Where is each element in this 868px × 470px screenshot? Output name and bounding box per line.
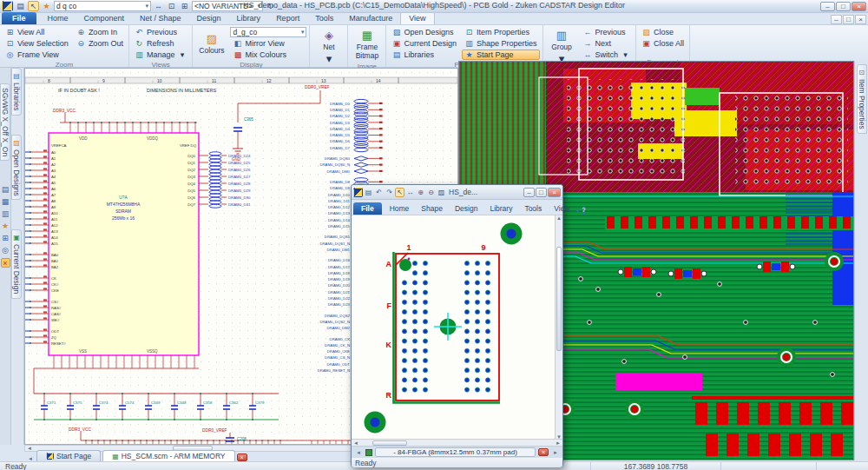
- tab-component[interactable]: Component: [76, 13, 133, 24]
- tab-home[interactable]: Home: [40, 13, 76, 24]
- frame-bitmap-button[interactable]: ▦Frame Bitmap: [351, 27, 383, 62]
- quick-search-combo[interactable]: d q co▾: [54, 1, 151, 11]
- mirror-view-button[interactable]: ◧Mirror View: [230, 38, 306, 49]
- doc-tab-schematic[interactable]: ▦HS_SCM.scm - ARM MEMORY: [102, 450, 234, 461]
- start-page-button[interactable]: ★Start Page: [462, 50, 540, 60]
- scroll-up-icon[interactable]: ▲: [555, 215, 562, 221]
- footprint-vscrollbar[interactable]: ▲ ▼: [555, 215, 562, 440]
- manage-button[interactable]: ▥Manage▾: [132, 50, 190, 60]
- shape-properties-button[interactable]: ▥Shape Properties: [462, 38, 540, 49]
- tab-view[interactable]: View: [548, 203, 575, 215]
- tab-scroll-left-icon[interactable]: ◄: [354, 450, 363, 455]
- sidebar-tab-item-properties[interactable]: ⊡Item Properties: [857, 64, 867, 134]
- tab-library[interactable]: Library: [229, 13, 269, 24]
- save-icon[interactable]: ▤: [364, 188, 373, 197]
- tab-design[interactable]: Design: [189, 13, 229, 24]
- zoom-out-icon[interactable]: ⊖: [426, 188, 436, 197]
- previous-view-button[interactable]: ↶Previous: [132, 27, 190, 37]
- sidebar-tab-open-designs[interactable]: ▨Open Designs: [11, 135, 22, 201]
- variants-combo[interactable]: <NO VARIANTS>▾: [192, 1, 263, 11]
- libraries-button[interactable]: ▤Libraries: [389, 50, 459, 60]
- doc-restore-button[interactable]: □: [843, 15, 854, 24]
- next-tab-button[interactable]: →Next: [581, 38, 634, 49]
- open-designs-button[interactable]: ▨Open Designs: [389, 27, 459, 37]
- current-design-button[interactable]: ▣Current Design: [389, 38, 459, 49]
- tab-scroll-right-icon[interactable]: ►: [551, 450, 560, 455]
- mix-colours-button[interactable]: ▩Mix Colours: [230, 50, 306, 60]
- footprint-canvas[interactable]: 19AFKR ▲ ▼: [352, 215, 562, 440]
- tab-file[interactable]: File: [353, 202, 382, 215]
- previous-tab-button[interactable]: ←Previous: [581, 27, 634, 37]
- scroll-left-icon[interactable]: ◄: [352, 440, 360, 446]
- close-document-button[interactable]: ▨Close: [639, 27, 687, 37]
- tab-library[interactable]: Library: [483, 203, 518, 215]
- footprint-hscrollbar[interactable]: ◄ ►: [352, 440, 562, 447]
- tab-manufacture[interactable]: Manufacture: [341, 13, 400, 24]
- tab-view[interactable]: View: [400, 12, 434, 24]
- zoom-in-icon[interactable]: ⊕: [416, 188, 425, 197]
- star-icon[interactable]: ★: [41, 1, 52, 11]
- scroll-down-icon[interactable]: ▼: [555, 434, 562, 440]
- scroll-thumb[interactable]: [372, 440, 407, 446]
- tab-home[interactable]: Home: [384, 203, 416, 215]
- refresh-icon[interactable]: ↻: [265, 1, 276, 11]
- save-icon[interactable]: ▤: [1, 185, 10, 195]
- sidebar-tab-variants[interactable]: SGvWG X_Off X_On: [0, 83, 10, 161]
- tab-file[interactable]: File: [2, 12, 36, 24]
- zoom-in-button[interactable]: ⊕Zoom In: [74, 27, 126, 37]
- sidebar-tab-libraries[interactable]: ▤Libraries: [11, 68, 22, 116]
- undo-icon[interactable]: ↶: [374, 188, 384, 197]
- tab-design[interactable]: Design: [449, 203, 483, 215]
- item-properties-button[interactable]: ⊡Item Properties: [462, 27, 540, 37]
- copy-icon[interactable]: ▥: [1, 209, 10, 219]
- app-icon[interactable]: [2, 1, 13, 11]
- zoom-icon[interactable]: ◎: [1, 246, 10, 255]
- select-frame-icon[interactable]: ⊡: [166, 1, 177, 11]
- scroll-left-icon[interactable]: ◄: [25, 446, 34, 451]
- doc-close-button[interactable]: ×: [855, 15, 866, 24]
- footprint-doc-tab[interactable]: - 84-FBGA (8mmx12.5mm 0.37mm pad): [375, 447, 536, 457]
- minimize-button[interactable]: –: [820, 2, 835, 11]
- tab-shape[interactable]: Shape: [415, 203, 449, 215]
- image-icon[interactable]: ▦: [1, 197, 10, 207]
- net-highlight-button[interactable]: ◈Net▾: [312, 27, 345, 67]
- fit-view-icon[interactable]: ⊞: [1, 234, 10, 243]
- close-tab-button[interactable]: ×: [237, 453, 247, 461]
- delete-icon[interactable]: ×: [1, 258, 10, 268]
- close-all-button[interactable]: ▣Close All: [639, 38, 687, 49]
- footprint-title-bar[interactable]: ▤ ↶ ↷ ↖ ↔ ⊕ ⊖ ▨ HS_de... – □ ×: [352, 185, 562, 200]
- close-tab-button[interactable]: ×: [538, 448, 549, 456]
- close-button[interactable]: ×: [852, 2, 866, 11]
- frame-view-button[interactable]: ◎Frame View: [3, 50, 71, 60]
- pan-icon[interactable]: ↔: [405, 188, 415, 197]
- minimize-button[interactable]: –: [523, 188, 535, 197]
- redo-icon[interactable]: ↷: [385, 188, 394, 197]
- colours-icon[interactable]: ▨: [437, 188, 446, 197]
- view-selection-button[interactable]: ⊡View Selection: [3, 38, 71, 49]
- colours-button[interactable]: ▨Colours: [195, 27, 227, 60]
- doc-tab-start-page[interactable]: Start Page: [36, 450, 101, 461]
- close-button[interactable]: ×: [548, 188, 561, 197]
- star-icon[interactable]: ★: [1, 222, 10, 231]
- footprint-window[interactable]: ▤ ↶ ↷ ↖ ↔ ⊕ ⊖ ▨ HS_de... – □ × File Home…: [351, 184, 563, 467]
- switch-tab-button[interactable]: ↔Switch▾: [581, 50, 634, 60]
- pan-icon[interactable]: ↔: [153, 1, 164, 11]
- zoom-out-button[interactable]: ⊖Zoom Out: [74, 38, 126, 49]
- maximize-button[interactable]: □: [536, 188, 547, 197]
- select-all-icon[interactable]: ⊞: [179, 1, 190, 11]
- tab-net-shape[interactable]: Net / Shape: [132, 13, 189, 24]
- cursor-tool-icon[interactable]: ↖: [28, 1, 39, 11]
- view-all-button[interactable]: ⊞View All: [3, 27, 71, 37]
- tab-report[interactable]: Report: [268, 13, 307, 24]
- refresh-button[interactable]: ↻Refresh: [132, 38, 190, 49]
- chevron-icon[interactable]: ▾: [576, 207, 580, 215]
- cursor-tool-icon[interactable]: ↖: [395, 188, 404, 197]
- tab-tools[interactable]: Tools: [518, 203, 548, 215]
- sidebar-tab-current-design[interactable]: ▣Current Design: [11, 229, 22, 298]
- scroll-right-icon[interactable]: ►: [554, 440, 562, 446]
- tab-tools[interactable]: Tools: [307, 13, 341, 24]
- scroll-thumb[interactable]: [556, 247, 562, 351]
- maximize-button[interactable]: □: [836, 2, 851, 11]
- doc-minimize-button[interactable]: –: [831, 15, 842, 24]
- display-scheme-combo[interactable]: d_g_co▾: [230, 27, 306, 37]
